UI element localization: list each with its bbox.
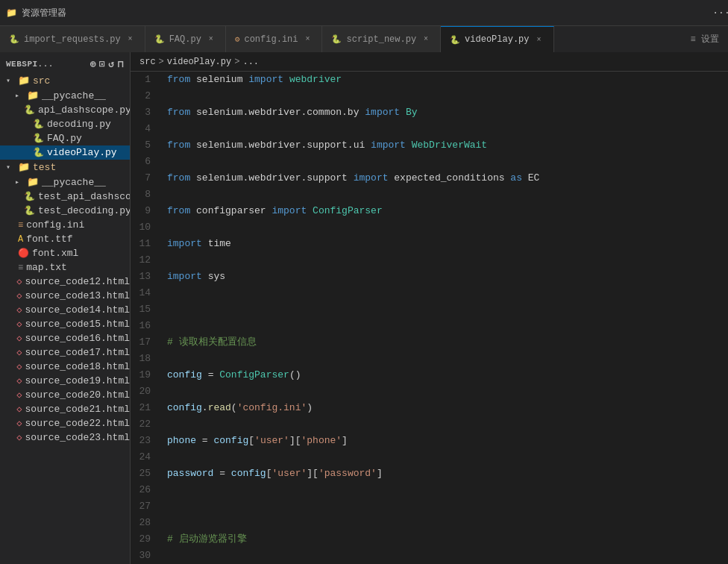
collapse-icon[interactable]: ⊓ bbox=[118, 58, 124, 70]
python-file-icon: 🐍 bbox=[24, 191, 35, 202]
sidebar-item-source12[interactable]: ◇ source_code12.html bbox=[0, 275, 130, 289]
tab-videoplay[interactable]: 🐍 videoPlay.py × bbox=[441, 26, 553, 52]
sidebar-item-font-xml[interactable]: 🔴 font.xml bbox=[0, 246, 130, 260]
sidebar-item-decoding[interactable]: 🐍 decoding.py bbox=[0, 117, 130, 131]
sidebar-item-source22[interactable]: ◇ source_code22.html bbox=[0, 416, 130, 430]
sidebar-item-source14[interactable]: ◇ source_code14.html bbox=[0, 303, 130, 317]
file-label: source_code15.html bbox=[25, 319, 130, 330]
breadcrumb: src > videoPlay.py > ... bbox=[131, 52, 728, 72]
close-tab-icon[interactable]: × bbox=[302, 34, 313, 45]
file-label: api_dashscope.py bbox=[38, 104, 130, 116]
html-file-icon: ◇ bbox=[16, 347, 22, 358]
explorer-icon: 📁 bbox=[6, 7, 17, 19]
sidebar-item-test-api[interactable]: 🐍 test_api_dashscope.py bbox=[0, 189, 130, 204]
sidebar-item-font-ttf[interactable]: A font.ttf bbox=[0, 232, 130, 246]
file-tree: ▾ 📁 src ▸ 📁 __pycache__ 🐍 api_dashscope.… bbox=[0, 73, 130, 564]
folder-label: test bbox=[33, 162, 56, 173]
breadcrumb-dots: ... bbox=[242, 57, 259, 67]
file-label: FAQ.py bbox=[47, 133, 82, 144]
html-file-icon: ◇ bbox=[16, 290, 22, 301]
sidebar-item-pycache[interactable]: ▸ 📁 __pycache__ bbox=[0, 88, 130, 103]
sidebar-actions: ⊕ ⊡ ↺ ⊓ bbox=[90, 58, 124, 70]
new-file-icon[interactable]: ⊕ bbox=[90, 58, 96, 70]
html-file-icon: ◇ bbox=[16, 432, 22, 443]
expand-arrow: ▸ bbox=[15, 91, 24, 100]
sidebar-item-map-txt[interactable]: ≡ map.txt bbox=[0, 260, 130, 275]
file-label: source_code16.html bbox=[25, 333, 130, 344]
close-tab-icon[interactable]: × bbox=[534, 34, 545, 45]
folder-label: __pycache__ bbox=[42, 177, 106, 188]
file-label: test_api_dashscope.py bbox=[38, 191, 130, 202]
python-icon: 🐍 bbox=[331, 34, 342, 44]
close-tab-icon[interactable]: × bbox=[125, 34, 136, 45]
settings-tab[interactable]: ≡ 设置 bbox=[682, 26, 728, 52]
sidebar-item-test[interactable]: ▾ 📁 test bbox=[0, 160, 130, 175]
file-label: videoPlay.py bbox=[47, 147, 117, 158]
settings-label: ≡ 设置 bbox=[691, 33, 719, 46]
sidebar-item-source13[interactable]: ◇ source_code13.html bbox=[0, 289, 130, 303]
sidebar-item-videoplay[interactable]: 🐍 videoPlay.py bbox=[0, 145, 130, 160]
sidebar: WEBSPI... ⊕ ⊡ ↺ ⊓ ▾ 📁 src ▸ 📁 __pycache_… bbox=[0, 52, 131, 564]
file-label: source_code12.html bbox=[25, 276, 130, 287]
ini-file-icon: ≡ bbox=[18, 220, 23, 231]
sidebar-item-source20[interactable]: ◇ source_code20.html bbox=[0, 388, 130, 402]
file-label: source_code19.html bbox=[25, 375, 130, 386]
sidebar-item-source17[interactable]: ◇ source_code17.html bbox=[0, 345, 130, 360]
folder-icon: 📁 bbox=[18, 161, 30, 173]
refresh-icon[interactable]: ↺ bbox=[108, 58, 114, 70]
ttf-file-icon: A bbox=[18, 234, 23, 245]
sidebar-item-source23[interactable]: ◇ source_code23.html bbox=[0, 430, 130, 445]
tab-bar: 🐍 import_requests.py × 🐍 FAQ.py × ⚙ conf… bbox=[0, 26, 728, 52]
html-file-icon: ◇ bbox=[16, 389, 22, 401]
file-label: config.ini bbox=[26, 219, 84, 231]
python-file-icon: 🐍 bbox=[24, 104, 35, 116]
title-bar-label: 📁 资源管理器 bbox=[0, 7, 127, 19]
close-tab-icon[interactable]: × bbox=[206, 34, 216, 45]
html-file-icon: ◇ bbox=[16, 276, 22, 287]
editor[interactable]: src > videoPlay.py > ... 12345 678910 11… bbox=[131, 52, 728, 564]
html-file-icon: ◇ bbox=[16, 404, 22, 415]
sidebar-item-test-pycache[interactable]: ▸ 📁 __pycache__ bbox=[0, 175, 130, 189]
file-label: source_code14.html bbox=[25, 304, 130, 316]
sidebar-item-source19[interactable]: ◇ source_code19.html bbox=[0, 374, 130, 388]
file-label: source_code17.html bbox=[25, 347, 130, 358]
file-label: source_code18.html bbox=[25, 361, 130, 372]
file-label: source_code20.html bbox=[25, 389, 130, 401]
python-icon: 🐍 bbox=[9, 34, 19, 44]
folder-icon: 📁 bbox=[27, 176, 39, 188]
html-file-icon: ◇ bbox=[16, 418, 22, 429]
tab-label: import_requests.py bbox=[24, 34, 121, 45]
tab-config-ini[interactable]: ⚙ config.ini × bbox=[226, 26, 323, 52]
xml-file-icon: 🔴 bbox=[18, 248, 29, 259]
sidebar-item-src[interactable]: ▾ 📁 src bbox=[0, 73, 130, 88]
python-file-icon: 🐍 bbox=[24, 205, 35, 216]
close-tab-icon[interactable]: × bbox=[421, 34, 431, 45]
sidebar-title: WEBSPI... bbox=[6, 60, 54, 69]
breadcrumb-sep1: > bbox=[159, 57, 164, 67]
sidebar-item-test-decoding[interactable]: 🐍 test_decoding.py bbox=[0, 204, 130, 218]
file-label: font.xml bbox=[32, 248, 78, 259]
file-label: source_code23.html bbox=[25, 432, 130, 443]
sidebar-item-api-dashscope[interactable]: 🐍 api_dashscope.py bbox=[0, 103, 130, 117]
sidebar-item-source16[interactable]: ◇ source_code16.html bbox=[0, 331, 130, 345]
tab-import-requests[interactable]: 🐍 import_requests.py × bbox=[0, 26, 145, 52]
python-file-icon: 🐍 bbox=[33, 147, 44, 158]
code-area[interactable]: 12345 678910 1112131415 1617181920 21222… bbox=[131, 72, 728, 564]
sidebar-item-faq[interactable]: 🐍 FAQ.py bbox=[0, 131, 130, 145]
python-icon: 🐍 bbox=[154, 34, 165, 44]
tab-faq[interactable]: 🐍 FAQ.py × bbox=[145, 26, 226, 52]
sidebar-item-config-ini[interactable]: ≡ config.ini bbox=[0, 218, 130, 232]
title-bar-menu[interactable]: ··· bbox=[715, 6, 728, 19]
folder-label: src bbox=[33, 75, 50, 87]
tab-label: FAQ.py bbox=[169, 34, 201, 45]
tab-script-new[interactable]: 🐍 script_new.py × bbox=[322, 26, 441, 52]
new-folder-icon[interactable]: ⊡ bbox=[99, 58, 105, 70]
sidebar-item-source18[interactable]: ◇ source_code18.html bbox=[0, 360, 130, 374]
sidebar-item-source21[interactable]: ◇ source_code21.html bbox=[0, 402, 130, 416]
html-file-icon: ◇ bbox=[16, 361, 22, 372]
folder-icon: 📁 bbox=[27, 90, 39, 101]
sidebar-item-source15[interactable]: ◇ source_code15.html bbox=[0, 317, 130, 331]
main-area: WEBSPI... ⊕ ⊡ ↺ ⊓ ▾ 📁 src ▸ 📁 __pycache_… bbox=[0, 52, 728, 564]
expand-arrow: ▸ bbox=[15, 178, 24, 187]
code-content[interactable]: from selenium import webdriver from sele… bbox=[164, 72, 728, 564]
